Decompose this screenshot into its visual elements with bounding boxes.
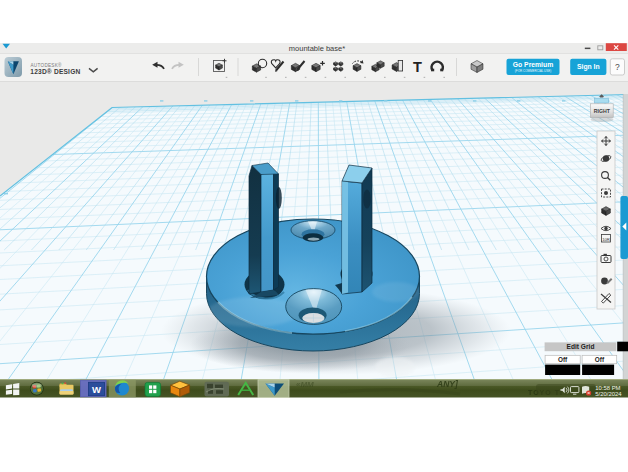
svg-text:Go Premium: Go Premium [513, 61, 553, 68]
svg-text:?: ? [615, 62, 620, 72]
svg-text:(FOR COMMERCIAL USE): (FOR COMMERCIAL USE) [515, 69, 551, 73]
svg-text:Off: Off [595, 356, 605, 363]
svg-text:«MM: «MM [296, 380, 314, 389]
svg-text:RIGHT: RIGHT [594, 108, 611, 114]
svg-text:10:58 PM: 10:58 PM [595, 385, 620, 391]
svg-text:Off: Off [558, 356, 568, 363]
svg-text:Sign In: Sign In [577, 63, 600, 71]
svg-text:AUTODESK®: AUTODESK® [31, 62, 63, 68]
svg-text:123D® DESIGN: 123D® DESIGN [30, 68, 80, 75]
svg-text:5/20/2024: 5/20/2024 [595, 391, 622, 397]
svg-text:T: T [413, 59, 422, 75]
svg-text:W: W [92, 384, 101, 395]
svg-text:Edit Grid: Edit Grid [567, 343, 595, 350]
svg-text:10R: 10R [602, 237, 610, 242]
svg-text:mountable base*: mountable base* [289, 44, 345, 53]
svg-text:ANY]: ANY] [436, 379, 459, 389]
